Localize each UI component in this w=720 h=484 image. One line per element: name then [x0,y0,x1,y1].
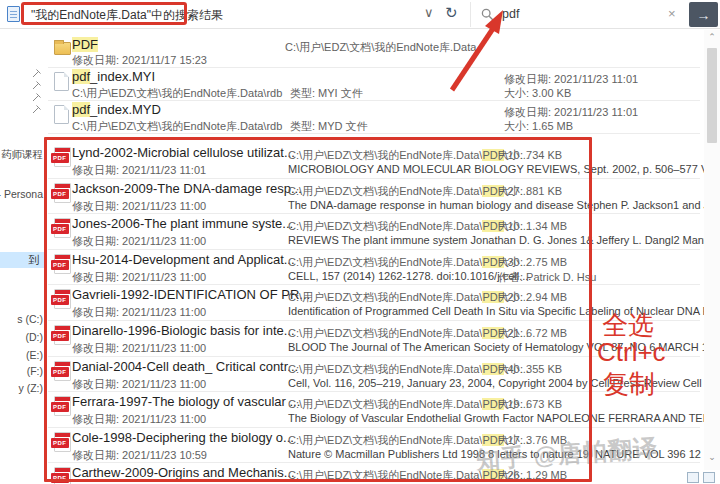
pin-icon [32,92,42,102]
file-size: 大小: 1.34 MB [498,219,567,234]
scroll-up-icon[interactable]: ⌃ [704,32,720,42]
content-snippet: The Biology of Vascular Endothelial Grow… [288,412,720,424]
sidebar-selected-item[interactable]: 到 [0,252,46,268]
file-name[interactable]: Jackson-2009-The DNA-damage resp... [72,181,302,196]
file-name[interactable]: Gavrieli-1992-IDENTIFICATION OF PR... [72,287,310,302]
result-row[interactable]: PDFFerrara-1997-The biology of vascular … [46,392,720,428]
file-size: 大小: 673 KB [498,397,562,412]
sidebar-item-fragment[interactable]: s (C:) [17,313,43,325]
result-row[interactable]: PDFLynd-2002-Microbial cellulose utiliza… [46,143,720,179]
file-author: 作者: Patrick D. Hsu [498,270,596,285]
file-name[interactable]: Jones-2006-The plant immune syste... [72,216,293,231]
result-row[interactable]: PDFDanial-2004-Cell death_ Critical cont… [46,357,720,393]
file-icon [54,72,69,91]
file-name[interactable]: Carthew-2009-Origins and Mechanis... [72,465,295,480]
file-size: 大小: 2.94 MB [498,290,567,305]
pdf-icon-label: PDF [51,189,69,199]
pin-icon [32,80,42,90]
file-path: C:\用户\EDZ\文档\我的EndNote库.Data\rdb [72,119,282,134]
row-divider [48,213,700,214]
content-snippet: CELL, 157 (2014) 1262-1278. doi:10.1016/… [288,270,531,282]
sidebar-item-fragment[interactable]: (F:) [27,365,43,377]
file-path: C:\用户\EDZ\文档\我的EndNote库.Data\PDF\19... [288,397,529,412]
date-modified: 修改日期: 2021/11/23 11:01 [504,72,638,87]
row-divider [48,356,700,357]
file-path: C:\用户\EDZ\文档\我的EndNote库.Data\PDF\27... [288,184,529,199]
view-thumbnails-icon[interactable] [703,472,715,483]
file-name[interactable]: PDF [72,37,98,52]
file-size: 大小: 2.75 MB [498,255,567,270]
file-explorer-window: "我的EndNote库.Data"中的搜索结果 › ∨ ↻ pdf × → 药师… [0,0,720,484]
result-row[interactable]: pdf_index.MYD修改日期: 2021/11/23 11:01C:\用户… [46,100,720,133]
date-modified: 修改日期: 2021/11/23 11:00 [72,199,206,214]
result-row[interactable]: PDFHsu-2014-Development and Applicat...C… [46,250,720,286]
view-details-icon[interactable] [687,472,699,483]
pdf-file-icon: PDF [54,147,71,167]
file-path: C:\用户\EDZ\文档\我的EndNote库.Data\rdb [72,86,282,101]
date-modified: 修改日期: 2021/11/23 11:01 [72,163,206,178]
file-name[interactable]: Danial-2004-Cell death_ Critical contr..… [72,359,298,374]
pin-icon [32,68,42,78]
result-row[interactable]: PDFC:\用户\EDZ\文档\我的EndNote库.Data修改日期: 202… [46,34,720,67]
pdf-icon-label: PDF [51,295,69,305]
pdf-icon-label: PDF [51,367,69,377]
date-modified: 修改日期: 2021/11/23 11:00 [72,377,206,392]
pdf-file-icon: PDF [54,218,71,238]
content-snippet: BLOOD The Journal of The American Societ… [288,341,720,353]
file-size: 大小: 6.72 MB [498,326,567,341]
file-path: C:\用户\EDZ\文档\我的EndNote库.Data\PDF\30... [288,255,529,270]
result-row[interactable]: PDFGavrieli-1992-IDENTIFICATION OF PR...… [46,285,720,321]
search-term-highlight: PDF [72,37,98,52]
date-modified: 修改日期: 2021/11/17 15:23 [72,53,207,68]
file-size: 大小: 355 KB [498,362,562,377]
sidebar-item-fragment[interactable]: y (Z:) [19,382,44,394]
pdf-file-icon: PDF [54,325,71,345]
file-size: 大小: 881 KB [498,184,562,199]
result-row[interactable]: PDFJones-2006-The plant immune syste...C… [46,214,720,250]
content-snippet: REVIEWS The plant immune system Jonathan… [288,234,720,246]
search-term-highlight: pdf [72,69,90,84]
pin-icon [32,104,42,114]
file-path: C:\用户\EDZ\文档\我的EndNote库.Data\PDF\10... [288,219,529,234]
file-path: C:\用户\EDZ\文档\我的EndNote库.Data\PDF\40... [288,362,529,377]
file-type: 类型: MYI 文件 [290,86,363,101]
pdf-file-icon: PDF [54,467,71,484]
file-name[interactable]: Ferrara-1997-The biology of vascular ... [72,394,300,409]
content-snippet: MICROBIOLOGY AND MOLECULAR BIOLOGY REVIE… [288,163,720,175]
address-bar-icon [7,6,20,22]
date-modified: 修改日期: 2021/11/23 11:01 [504,105,638,120]
file-path: C:\用户\EDZ\文档\我的EndNote库.Data\PDF\10... [288,148,529,163]
sidebar-item-fragment[interactable]: - Persona [0,188,43,200]
file-size: 大小: 1.65 MB [504,119,573,134]
file-name[interactable]: Hsu-2014-Development and Applicat... [72,252,295,267]
pdf-icon-label: PDF [51,260,69,270]
pdf-file-icon: PDF [54,361,71,381]
folder-icon [54,42,71,55]
scrollbar-thumb[interactable] [707,48,717,143]
search-term-highlight: pdf [72,102,90,117]
row-divider [48,178,700,179]
sidebar-item-fragment[interactable]: (D:) [26,331,44,343]
result-row[interactable]: PDFJackson-2009-The DNA-damage resp...C:… [46,179,720,215]
file-name[interactable]: pdf_index.MYD [72,102,161,117]
result-row[interactable]: PDFCarthew-2009-Origins and Mechanis...C… [46,463,720,484]
pdf-file-icon: PDF [54,254,71,274]
file-name[interactable]: Lynd-2002-Microbial cellulose utilizat..… [72,145,295,160]
row-divider [48,249,700,250]
pdf-icon-label: PDF [51,331,69,341]
sidebar-item-fragment[interactable]: 药师课程 [1,148,43,162]
vertical-scrollbar[interactable]: ⌃ ⌄ [704,30,720,470]
pdf-file-icon: PDF [54,396,71,416]
file-name[interactable]: Dinarello-1996-Biologic basis for inte..… [72,323,295,338]
result-row[interactable]: pdf_index.MYI修改日期: 2021/11/23 11:01C:\用户… [46,67,720,100]
date-modified: 修改日期: 2021/11/23 10:59 [72,448,207,463]
content-snippet: Identification of Programmed Cell Death … [288,305,720,317]
scroll-down-icon[interactable]: ⌄ [704,452,720,462]
file-name[interactable]: pdf_index.MYI [72,69,155,84]
date-modified: 修改日期: 2021/11/23 11:00 [72,341,206,356]
sidebar-item-fragment[interactable]: (E:) [26,349,43,361]
file-name[interactable]: Cole-1998-Deciphering the biology o... [72,430,294,445]
result-row[interactable]: PDFDinarello-1996-Biologic basis for int… [46,321,720,357]
file-size: 大小: 734 KB [498,148,562,163]
date-modified: 修改日期: 2021/11/23 11:00 [72,412,206,427]
